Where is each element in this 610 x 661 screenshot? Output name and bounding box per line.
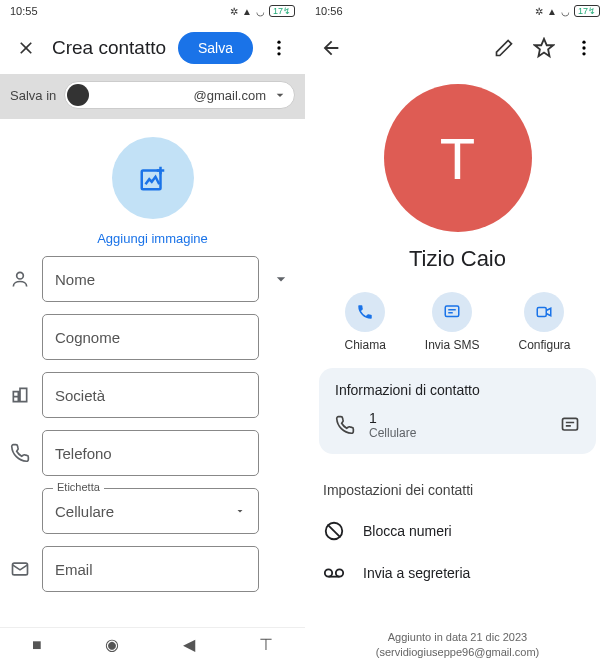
svg-point-0 [277,41,280,44]
svg-point-1 [277,46,280,49]
nav-accessibility-icon[interactable]: ⊤ [259,635,273,654]
account-selector[interactable]: @gmail.com [64,81,295,109]
avatar-letter: T [440,125,475,192]
message-icon[interactable] [560,415,580,435]
topbar: Crea contatto Salva [0,22,305,74]
svg-point-8 [582,52,585,55]
phone-number: 1 [369,410,546,426]
status-time: 10:56 [315,5,343,17]
svg-point-7 [582,46,585,49]
svg-point-14 [336,569,343,576]
status-time: 10:55 [10,5,38,17]
more-vert-icon [574,38,594,58]
expand-name-button[interactable] [267,269,295,289]
phone-field[interactable]: Telefono [42,430,259,476]
account-avatar-icon [67,84,89,106]
svg-point-13 [325,569,332,576]
android-nav: ■ ◉ ◀ ⊤ [0,627,305,661]
status-bar: 10:56 ✲▲◡ 17↯ [305,0,610,22]
contact-name: Tizio Caio [305,246,610,272]
video-action[interactable]: Configura [518,292,570,352]
call-action[interactable]: Chiama [344,292,385,352]
arrow-back-icon [320,37,342,59]
voicemail-row[interactable]: Invia a segreteria [323,552,592,594]
close-button[interactable] [8,30,44,66]
person-icon [10,269,30,289]
star-icon [533,37,555,59]
chevron-down-icon [272,87,288,103]
settings-title: Impostazioni dei contatti [323,482,592,498]
phone-icon [335,415,355,435]
chevron-down-icon [271,269,291,289]
video-icon [535,303,553,321]
save-in-label: Salva in [10,88,56,103]
battery-icon: 17↯ [574,5,600,17]
svg-rect-9 [445,306,459,317]
nav-home-icon[interactable]: ◉ [105,635,119,654]
company-field[interactable]: Società [42,372,259,418]
svg-point-4 [17,272,24,279]
phone-label-select[interactable]: Etichetta Cellulare [42,488,259,534]
form: Nome Cognome Società Telefono Etichetta … [0,256,305,604]
svg-point-6 [582,41,585,44]
status-icons: ✲▲◡ 17↯ [230,5,295,17]
info-title: Informazioni di contatto [335,382,580,398]
topbar [305,22,610,74]
email-icon [10,559,30,579]
block-row[interactable]: Blocca numeri [323,510,592,552]
voicemail-icon [323,562,345,584]
phone-label: Cellulare [369,426,546,440]
etichetta-label: Etichetta [53,481,104,493]
pencil-icon [494,38,514,58]
dropdown-icon [234,505,246,517]
page-title: Crea contatto [52,37,170,59]
svg-rect-10 [538,308,547,317]
more-vert-icon [269,38,289,58]
action-row: Chiama Invia SMS Configura [305,292,610,368]
close-icon [16,38,36,58]
edit-button[interactable] [486,30,522,66]
sms-action[interactable]: Invia SMS [425,292,480,352]
added-footer: Aggiunto in data 21 dic 2023 (servidiogi… [305,630,610,659]
add-photo-button[interactable] [112,137,194,219]
email-field[interactable]: Email [42,546,259,592]
block-icon [323,520,345,542]
svg-rect-11 [563,418,578,430]
last-name-field[interactable]: Cognome [42,314,259,360]
contact-settings: Impostazioni dei contatti Blocca numeri … [305,468,610,598]
contact-info-card: Informazioni di contatto 1 Cellulare [319,368,596,454]
save-button[interactable]: Salva [178,32,253,64]
first-name-field[interactable]: Nome [42,256,259,302]
back-button[interactable] [313,30,349,66]
save-in-row: Salva in @gmail.com [0,74,305,119]
favorite-button[interactable] [526,30,562,66]
more-button[interactable] [261,30,297,66]
phone-icon [356,303,374,321]
svg-point-2 [277,52,280,55]
add-image-link[interactable]: Aggiungi immagine [97,231,208,246]
contact-avatar: T [384,84,532,232]
company-icon [10,385,30,405]
add-image-icon [138,163,168,193]
status-icons: ✲▲◡ 17↯ [535,5,600,17]
nav-back-icon[interactable]: ◀ [183,635,195,654]
battery-icon: 17↯ [269,5,295,17]
more-button[interactable] [566,30,602,66]
nav-recent-icon[interactable]: ■ [32,636,42,654]
status-bar: 10:55 ✲▲◡ 17↯ [0,0,305,22]
account-email: @gmail.com [95,88,266,103]
phone-row[interactable]: 1 Cellulare [335,410,580,440]
photo-area: Aggiungi immagine [0,119,305,256]
phone-icon [10,443,30,463]
message-icon [443,303,461,321]
